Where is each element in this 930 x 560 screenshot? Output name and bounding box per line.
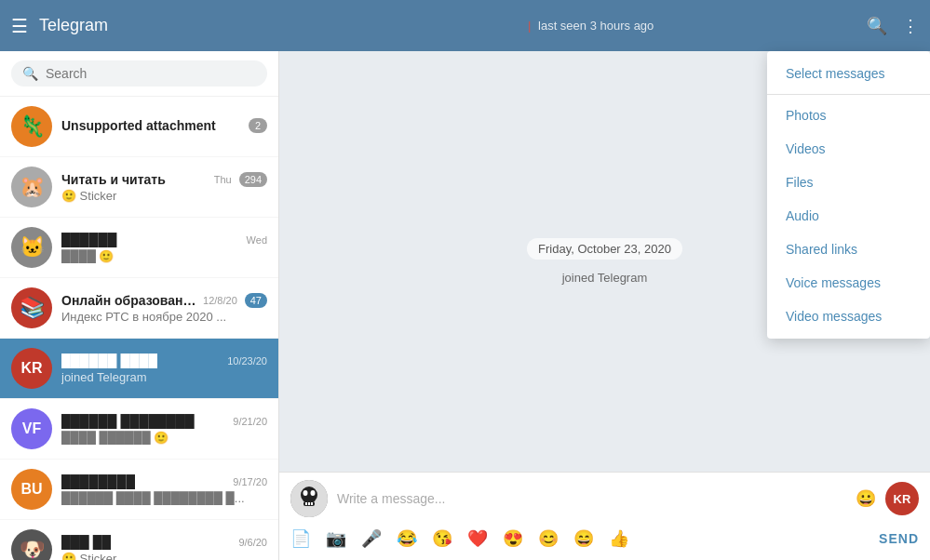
svg-rect-7 <box>311 502 313 505</box>
chat-list-item[interactable]: 🐱 ██████ Wed ████ 🙂 <box>0 218 278 278</box>
avatar: VF <box>11 408 52 449</box>
chat-preview: 🙂 Sticker <box>61 189 267 203</box>
chat-name: Unsupported attachment <box>61 118 216 133</box>
chat-time: 9/21/20 <box>233 416 267 427</box>
svg-rect-5 <box>305 502 307 505</box>
chat-time: Wed <box>247 234 267 246</box>
sidebar: 🔍 🦎 Unsupported attachment 2 🐹 Читать и … <box>0 51 279 560</box>
camera-icon[interactable]: 📷 <box>326 528 346 549</box>
chat-preview: ████ 🙂 <box>61 249 267 263</box>
attach-file-icon[interactable]: 📄 <box>290 528 311 549</box>
chat-list-item[interactable]: 🦎 Unsupported attachment 2 <box>0 97 278 157</box>
avatar: 📚 <box>11 287 52 328</box>
chat-content: ████████ 9/17/20 ██████ ████ ████████ █.… <box>61 474 267 505</box>
search-icon[interactable]: 🔍 <box>867 16 887 36</box>
svg-point-3 <box>311 490 316 496</box>
dropdown-item[interactable]: Audio <box>767 199 930 233</box>
search-input-wrapper[interactable]: 🔍 <box>11 60 267 87</box>
chat-list-item[interactable]: 🐹 Читать и читать Thu 294 🙂 Sticker <box>0 157 278 218</box>
chat-list-item[interactable]: KR ██████ ████ 10/23/20 joined Telegram <box>0 339 278 399</box>
send-button[interactable]: SEND <box>879 531 919 546</box>
chat-list-item[interactable]: BU ████████ 9/17/20 ██████ ████ ████████… <box>0 460 278 520</box>
search-icon: 🔍 <box>22 66 38 81</box>
avatar: BU <box>11 469 52 510</box>
avatar: 🐱 <box>11 227 52 268</box>
chat-name: ███ ██ <box>61 535 111 550</box>
chat-time: 12/8/20 <box>203 295 237 306</box>
chat-list: 🦎 Unsupported attachment 2 🐹 Читать и чи… <box>0 97 278 560</box>
chat-content: ███ ██ 9/6/20 🙂 Sticker <box>61 535 267 561</box>
dropdown-item[interactable]: Shared links <box>767 233 930 266</box>
chat-name: ██████ ████████ <box>61 414 195 429</box>
chat-time: 9/17/20 <box>233 476 267 487</box>
chat-name: Онлайн образование - ... <box>61 293 203 308</box>
dropdown-item[interactable]: Voice messages <box>767 266 930 300</box>
message-input[interactable] <box>337 491 846 506</box>
unread-badge: 2 <box>249 118 267 133</box>
emoji-kiss[interactable]: 😘 <box>432 528 452 549</box>
chat-content: ██████ ████████ 9/21/20 ████ ██████ 🙂 <box>61 414 267 445</box>
emoji-thumbsup[interactable]: 👍 <box>609 528 629 549</box>
dropdown-item[interactable]: Files <box>767 166 930 199</box>
search-input[interactable] <box>46 66 256 81</box>
chat-preview: 🙂 Sticker <box>61 552 267 561</box>
chat-content: ██████ ████ 10/23/20 joined Telegram <box>61 353 267 384</box>
microphone-icon[interactable]: 🎤 <box>361 528 382 549</box>
app-header: ☰ Telegram | last seen 3 hours ago 🔍 ⋮ <box>0 0 930 51</box>
main-layout: 🔍 🦎 Unsupported attachment 2 🐹 Читать и … <box>0 0 930 560</box>
avatar: KR <box>11 348 52 389</box>
emoji-button[interactable]: 😀 <box>856 488 876 509</box>
avatar: 🐹 <box>11 167 52 207</box>
chat-preview: ████ ██████ 🙂 <box>61 431 267 445</box>
emoji-smile[interactable]: 😊 <box>538 528 559 549</box>
dropdown-item[interactable]: Videos <box>767 132 930 166</box>
chat-name: ██████ ████ <box>61 353 157 368</box>
menu-icon[interactable]: ☰ <box>11 15 28 37</box>
more-options-icon[interactable]: ⋮ <box>902 16 919 36</box>
emoji-heart[interactable]: ❤️ <box>467 528 488 549</box>
context-dropdown-menu: Select messagesPhotosVideosFilesAudioSha… <box>767 51 930 339</box>
chat-partner-avatar <box>290 480 328 517</box>
emoji-heart-eyes[interactable]: 😍 <box>503 528 523 549</box>
dropdown-item[interactable]: Select messages <box>767 57 930 90</box>
chat-name: ██████ <box>61 233 117 247</box>
unread-badge: 294 <box>239 172 267 187</box>
send-user-avatar: KR <box>885 482 919 515</box>
avatar: 🦎 <box>11 106 52 147</box>
chat-list-item[interactable]: 🐶 ███ ██ 9/6/20 🙂 Sticker <box>0 520 278 560</box>
chat-content: Читать и читать Thu 294 🙂 Sticker <box>61 172 267 203</box>
chat-content: Unsupported attachment 2 <box>61 118 267 135</box>
chat-time: Thu <box>214 174 232 185</box>
date-separator: Friday, October 23, 2020 <box>527 238 682 260</box>
status-dot: | <box>528 19 531 33</box>
unread-badge: 47 <box>245 293 267 308</box>
message-input-row: 😀 KR <box>290 480 919 517</box>
emoji-laughing[interactable]: 😂 <box>397 528 417 549</box>
chat-preview: Индекс РТС в ноябре 2020 ... <box>61 310 267 324</box>
message-input-area: 😀 KR 📄 📷 🎤 😂 😘 ❤️ 😍 😊 😄 👍 SEND <box>279 472 930 560</box>
chat-content: ██████ Wed ████ 🙂 <box>61 233 267 263</box>
chat-preview: joined Telegram <box>61 370 267 384</box>
svg-point-1 <box>301 487 317 503</box>
chat-time: 10/23/20 <box>227 355 267 367</box>
chat-list-item[interactable]: 📚 Онлайн образование - ... 12/8/20 47 Ин… <box>0 278 278 339</box>
dropdown-divider <box>767 94 930 95</box>
app-title: Telegram <box>39 16 315 35</box>
chat-preview: ██████ ████ ████████ █... <box>61 491 267 505</box>
chat-time: 9/6/20 <box>238 537 267 548</box>
svg-point-2 <box>303 490 308 496</box>
svg-rect-6 <box>308 502 310 505</box>
user-status: | last seen 3 hours ago <box>315 19 867 33</box>
chat-content: Онлайн образование - ... 12/8/20 47 Инде… <box>61 293 267 324</box>
dropdown-item[interactable]: Video messages <box>767 300 930 333</box>
dropdown-item[interactable]: Photos <box>767 99 930 132</box>
chat-list-item[interactable]: VF ██████ ████████ 9/21/20 ████ ██████ 🙂 <box>0 399 278 460</box>
chat-name: ████████ <box>61 474 135 489</box>
avatar: 🐶 <box>11 529 52 560</box>
emoji-grin[interactable]: 😄 <box>573 528 594 549</box>
main-chat: Friday, October 23, 2020 joined Telegram <box>279 51 930 560</box>
toolbar-row: 📄 📷 🎤 😂 😘 ❤️ 😍 😊 😄 👍 SEND <box>290 525 919 553</box>
search-bar: 🔍 <box>0 51 278 97</box>
header-actions: 🔍 ⋮ <box>867 16 919 36</box>
chat-name: Читать и читать <box>61 172 166 187</box>
